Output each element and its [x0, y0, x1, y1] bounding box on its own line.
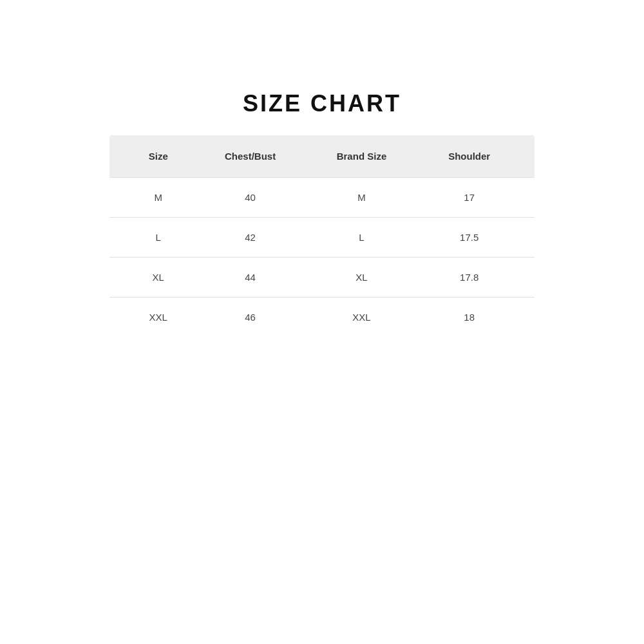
cell-shoulder: 17 — [417, 178, 535, 218]
table-header-row: Size Chest/Bust Brand Size Shoulder — [109, 135, 535, 178]
cell-brand_size: L — [307, 218, 417, 258]
cell-size: XL — [109, 258, 194, 298]
col-header-shoulder: Shoulder — [417, 135, 535, 178]
main-container: SIZE CHART Size Chest/Bust Brand Size Sh… — [109, 90, 535, 337]
table-row: L42L17.5 — [109, 218, 535, 258]
cell-size: XXL — [109, 298, 194, 337]
col-header-size: Size — [109, 135, 194, 178]
cell-size: L — [109, 218, 194, 258]
cell-chest_bust: 44 — [194, 258, 307, 298]
table-row: XL44XL17.8 — [109, 258, 535, 298]
cell-shoulder: 18 — [417, 298, 535, 337]
cell-brand_size: XXL — [307, 298, 417, 337]
cell-brand_size: M — [307, 178, 417, 218]
size-chart-table: Size Chest/Bust Brand Size Shoulder M40M… — [109, 135, 535, 337]
cell-chest_bust: 42 — [194, 218, 307, 258]
col-header-chest-bust: Chest/Bust — [194, 135, 307, 178]
cell-size: M — [109, 178, 194, 218]
table-row: M40M17 — [109, 178, 535, 218]
cell-shoulder: 17.5 — [417, 218, 535, 258]
table-row: XXL46XXL18 — [109, 298, 535, 337]
cell-chest_bust: 40 — [194, 178, 307, 218]
col-header-brand-size: Brand Size — [307, 135, 417, 178]
cell-shoulder: 17.8 — [417, 258, 535, 298]
cell-brand_size: XL — [307, 258, 417, 298]
page-title: SIZE CHART — [109, 90, 535, 117]
cell-chest_bust: 46 — [194, 298, 307, 337]
